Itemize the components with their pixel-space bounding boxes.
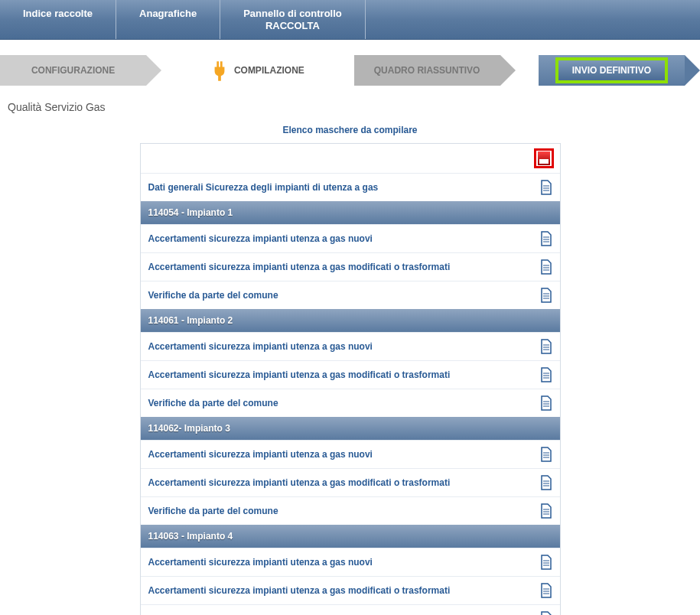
link-acc-mod[interactable]: Accertamenti sicurezza impianti utenza a…	[148, 262, 451, 272]
group-header: 114063 - Impianto 4	[141, 525, 560, 548]
mask-list: Elenco maschere da compilare Dati genera…	[140, 125, 561, 615]
list-item[interactable]: Accertamenti sicurezza impianti utenza a…	[141, 360, 560, 389]
pdf-export-button[interactable]	[534, 148, 554, 168]
group-header: 114061 - Impianto 2	[141, 309, 560, 332]
pdf-row	[141, 144, 560, 173]
document-icon[interactable]	[540, 288, 552, 303]
link-acc-mod[interactable]: Accertamenti sicurezza impianti utenza a…	[148, 369, 451, 380]
list-item[interactable]: Accertamenti sicurezza impianti utenza a…	[141, 252, 560, 281]
nav-pannello-controllo[interactable]: Pannello di controllo RACCOLTA	[220, 0, 366, 39]
link-verifiche[interactable]: Verifiche da parte del comune	[148, 506, 278, 516]
list-item[interactable]: Verifiche da parte del comune	[141, 496, 560, 525]
group-header: 114054 - Impianto 1	[141, 201, 560, 224]
list-item[interactable]: Dati generali Sicurezza degli impianti d…	[141, 173, 560, 201]
document-icon[interactable]	[540, 339, 552, 354]
link-acc-mod[interactable]: Accertamenti sicurezza impianti utenza a…	[148, 477, 451, 488]
document-icon[interactable]	[540, 367, 552, 382]
step-compilazione[interactable]: COMPILAZIONE	[184, 55, 330, 86]
list-item[interactable]: Accertamenti sicurezza impianti utenza a…	[141, 332, 560, 360]
top-nav: Indice raccolte Anagrafiche Pannello di …	[0, 0, 700, 40]
document-icon[interactable]	[540, 447, 552, 462]
list-item[interactable]: Verifiche da parte del comune	[141, 281, 560, 309]
document-icon[interactable]	[540, 583, 552, 598]
document-icon[interactable]	[540, 395, 552, 411]
step-invio[interactable]: INVIO DEFINITIVO	[539, 55, 685, 86]
list-item[interactable]: Accertamenti sicurezza impianti utenza a…	[141, 224, 560, 252]
document-icon[interactable]	[540, 611, 552, 615]
document-icon[interactable]	[540, 259, 552, 275]
nav-pannello-line2: RACCOLTA	[243, 20, 342, 32]
step-bar: CONFIGURAZIONE COMPILAZIONE QUADRO RIASS…	[0, 55, 700, 86]
link-dati-generali[interactable]: Dati generali Sicurezza degli impianti d…	[148, 182, 379, 193]
document-icon[interactable]	[540, 180, 552, 195]
group-header: 114062- Impianto 3	[141, 417, 560, 440]
list-header: Elenco maschere da compilare	[140, 125, 561, 135]
list-item[interactable]: Accertamenti sicurezza impianti utenza a…	[141, 548, 560, 576]
mask-panel: Dati generali Sicurezza degli impianti d…	[140, 143, 561, 615]
list-item[interactable]: Accertamenti sicurezza impianti utenza a…	[141, 440, 560, 468]
step-arrow-icon	[500, 55, 516, 86]
page-title: Qualità Servizio Gas	[8, 101, 700, 113]
link-verifiche[interactable]: Verifiche da parte del comune	[148, 290, 278, 301]
list-item[interactable]: Verifiche da parte del comune	[141, 604, 560, 615]
list-item[interactable]: Accertamenti sicurezza impianti utenza a…	[141, 576, 560, 604]
document-icon[interactable]	[540, 475, 552, 490]
step-configurazione[interactable]: CONFIGURAZIONE	[0, 55, 146, 86]
document-icon[interactable]	[540, 231, 552, 246]
step-arrow-icon	[685, 55, 700, 86]
link-acc-mod[interactable]: Accertamenti sicurezza impianti utenza a…	[148, 585, 451, 596]
link-acc-nuovi[interactable]: Accertamenti sicurezza impianti utenza a…	[148, 233, 373, 244]
link-acc-nuovi[interactable]: Accertamenti sicurezza impianti utenza a…	[148, 449, 373, 460]
step-arrow-icon	[146, 55, 161, 86]
list-item[interactable]: Accertamenti sicurezza impianti utenza a…	[141, 468, 560, 496]
nav-indice-raccolte[interactable]: Indice raccolte	[0, 0, 116, 39]
nav-pannello-line1: Pannello di controllo	[243, 8, 342, 20]
document-icon[interactable]	[540, 555, 552, 570]
step-quadro[interactable]: QUADRO RIASSUNTIVO	[354, 55, 500, 86]
nav-anagrafiche[interactable]: Anagrafiche	[116, 0, 220, 39]
link-acc-nuovi[interactable]: Accertamenti sicurezza impianti utenza a…	[148, 341, 373, 352]
plug-icon	[211, 61, 226, 80]
link-verifiche[interactable]: Verifiche da parte del comune	[148, 398, 278, 408]
invio-highlight: INVIO DEFINITIVO	[555, 57, 668, 83]
step-compilazione-label: COMPILAZIONE	[234, 65, 304, 76]
link-acc-nuovi[interactable]: Accertamenti sicurezza impianti utenza a…	[148, 557, 373, 568]
document-icon[interactable]	[540, 503, 552, 519]
list-item[interactable]: Verifiche da parte del comune	[141, 389, 560, 417]
pdf-icon	[538, 151, 550, 165]
